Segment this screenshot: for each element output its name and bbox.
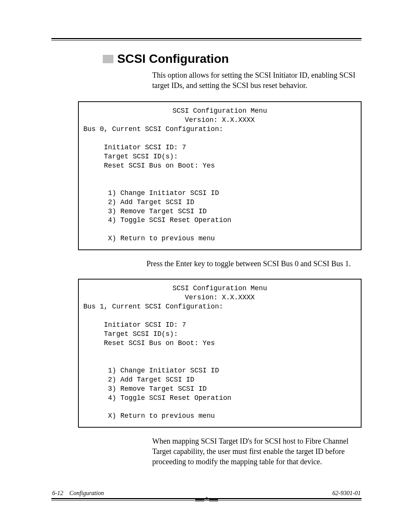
footer-row: 6-12 Configuration 62-9301-01	[51, 490, 362, 497]
menu-version: Version: X.X.XXXX	[83, 116, 356, 125]
mid-paragraph: Press the Enter key to toggle between SC…	[147, 259, 362, 269]
footer-ornament-icon	[195, 497, 218, 502]
menu-opt-4: 4) Toggle SCSI Reset Operation	[108, 216, 231, 224]
menu-version: Version: X.X.XXXX	[83, 293, 356, 302]
menu-opt-x: X) Return to previous menu	[108, 235, 215, 242]
scsi-menu-bus0: SCSI Configuration MenuVersion: X.X.XXXX…	[78, 101, 362, 250]
menu-opt-1: 1) Change Initiator SCSI ID	[108, 189, 219, 197]
menu-opt-x: X) Return to previous menu	[108, 412, 215, 420]
top-rule	[51, 38, 362, 41]
cfg-initiator: Initiator SCSI ID: 7	[104, 321, 186, 329]
end-paragraph: When mapping SCSI Target ID's for SCSI h…	[152, 436, 362, 467]
menu-opt-4: 4) Toggle SCSI Reset Operation	[108, 394, 231, 402]
cfg-reset: Reset SCSI Bus on Boot: Yes	[104, 162, 215, 169]
cfg-target: Target SCSI ID(s):	[104, 153, 178, 160]
scsi-menu-bus1: SCSI Configuration MenuVersion: X.X.XXXX…	[78, 279, 362, 428]
footer-left: 6-12 Configuration	[51, 490, 104, 497]
menu-opt-2: 2) Add Target SCSI ID	[108, 376, 194, 383]
menu-opt-3: 3) Remove Target SCSI ID	[108, 208, 207, 215]
page: SCSI Configuration This option allows fo…	[0, 0, 411, 532]
menu-opt-3: 3) Remove Target SCSI ID	[108, 385, 207, 393]
intro-paragraph: This option allows for setting the SCSI …	[152, 70, 362, 91]
cfg-initiator: Initiator SCSI ID: 7	[104, 144, 186, 151]
footer: 6-12 Configuration 62-9301-01	[51, 490, 362, 501]
bus-header: Bus 0, Current SCSI Configuration:	[83, 125, 223, 133]
footer-right: 62-9301-01	[332, 490, 362, 497]
bus-header: Bus 1, Current SCSI Configuration:	[83, 303, 223, 310]
cfg-target: Target SCSI ID(s):	[104, 330, 178, 338]
menu-title: SCSI Configuration Menu	[83, 107, 356, 116]
cfg-reset: Reset SCSI Bus on Boot: Yes	[104, 339, 215, 347]
menu-title: SCSI Configuration Menu	[83, 284, 356, 293]
section-heading: SCSI Configuration	[117, 52, 229, 66]
heading-square-icon	[103, 55, 113, 63]
menu-opt-1: 1) Change Initiator SCSI ID	[108, 367, 219, 374]
menu-opt-2: 2) Add Target SCSI ID	[108, 198, 194, 206]
footer-rule	[51, 498, 362, 501]
section-heading-row: SCSI Configuration	[103, 52, 362, 66]
